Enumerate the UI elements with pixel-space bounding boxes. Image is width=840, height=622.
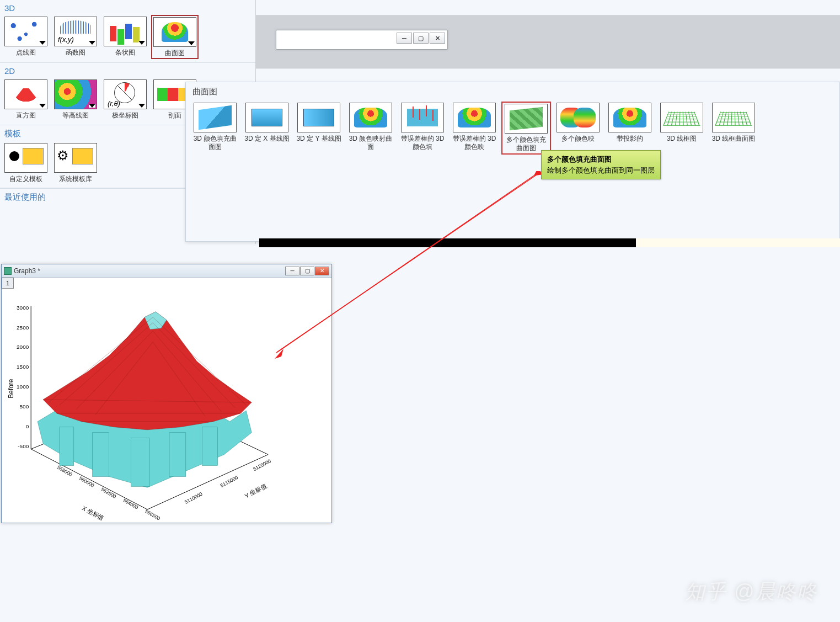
- graph-maximize-button[interactable]: ▢: [300, 267, 314, 275]
- fly-multi-color-fill[interactable]: 多个颜色填充曲面图: [501, 102, 551, 155]
- fly-wireframe[interactable]: 3D 线框图: [657, 102, 707, 155]
- graph-window[interactable]: Graph3 * ─ ▢ ✕ 1 3000 2500 2000 1500 100…: [1, 264, 332, 523]
- tooltip-desc: 绘制多个颜色填充曲面到同一图层: [547, 165, 655, 176]
- svg-rect-10: [169, 433, 186, 477]
- surface-flyout-panel: 曲面图 3D 颜色填充曲面图 3D 定 X 基线图 3D 定 Y 基线图 3D …: [185, 82, 840, 242]
- close-button[interactable]: ✕: [430, 33, 445, 44]
- row-3d: 点线图 函数图 条状图 曲面图: [0, 14, 255, 63]
- y-base-surface-icon: [297, 103, 340, 132]
- z-tick: 2500: [17, 325, 29, 331]
- graph-window-icon: [4, 267, 12, 275]
- graph-minimize-button[interactable]: ─: [285, 267, 299, 275]
- item-2d-polar[interactable]: 极坐标图: [101, 78, 149, 121]
- svg-marker-12: [43, 312, 252, 430]
- z-tick: 0: [26, 423, 29, 429]
- errorbar-colormap-icon: [453, 103, 496, 132]
- item-2d-contour[interactable]: 等高线图: [52, 78, 99, 121]
- fly-3d-error-fill[interactable]: 带误差棒的 3D 颜色填: [398, 102, 447, 155]
- graph-close-button[interactable]: ✕: [315, 267, 329, 275]
- scatter-3d-icon: [4, 17, 47, 46]
- layer-tab[interactable]: 1: [2, 278, 14, 289]
- flyout-grid: 3D 颜色填充曲面图 3D 定 X 基线图 3D 定 Y 基线图 3D 颜色映射…: [186, 99, 839, 157]
- surface-upper: [43, 312, 252, 430]
- flyout-title: 曲面图: [186, 82, 839, 99]
- svg-rect-9: [131, 438, 149, 487]
- y-tick: 5115000: [220, 475, 239, 488]
- x-tick: 564000: [122, 497, 139, 511]
- watermark: 知乎 @晨咚咚: [685, 578, 818, 605]
- tooltip-title: 多个颜色填充曲面图: [547, 154, 655, 165]
- svg-rect-7: [60, 427, 74, 466]
- maximize-button[interactable]: ▢: [413, 33, 429, 44]
- fly-projection[interactable]: 带投影的: [605, 102, 655, 155]
- item-3d-scatter[interactable]: 点线图: [2, 15, 50, 59]
- item-3d-surface[interactable]: 曲面图: [151, 15, 199, 59]
- fly-3d-y-base[interactable]: 3D 定 Y 基线图: [294, 102, 344, 155]
- item-custom-template[interactable]: 自定义模板: [2, 141, 50, 184]
- wireframe-icon: [660, 103, 703, 132]
- x-base-surface-icon: [245, 103, 288, 132]
- fly-multi-colormap[interactable]: 多个颜色映: [553, 102, 603, 155]
- z-axis-label: Before: [7, 379, 15, 398]
- x-tick: 566500: [144, 508, 161, 520]
- child-window-chrome: ─ ▢ ✕: [276, 30, 448, 50]
- projection-surface-icon: [608, 103, 651, 132]
- x-tick: 560000: [78, 475, 95, 488]
- contour-icon: [54, 79, 97, 109]
- z-tick: 2000: [17, 344, 29, 350]
- multi-color-fill-icon: [505, 104, 548, 134]
- z-tick: 500: [20, 403, 29, 410]
- section-title-3d: 3D: [0, 0, 255, 14]
- svg-rect-8: [93, 433, 109, 477]
- status-bar-text: [636, 238, 840, 247]
- tooltip: 多个颜色填充曲面图 绘制多个颜色填充曲面到同一图层: [541, 150, 661, 179]
- z-tick: 1500: [17, 364, 29, 370]
- x-tick: 562500: [100, 486, 117, 499]
- y-axis-label: Y 坐标值: [244, 482, 268, 499]
- multi-colormap-icon: [557, 103, 600, 132]
- histogram-icon: [4, 79, 47, 109]
- errorbar-fill-icon: [401, 103, 444, 132]
- y-tick: 5110000: [184, 491, 203, 505]
- status-bar-dark: [259, 238, 636, 247]
- wireframe-surface-icon: [712, 103, 755, 132]
- graph-titlebar[interactable]: Graph3 * ─ ▢ ✕: [2, 264, 331, 278]
- fly-wireframe-surface[interactable]: 3D 线框曲面图: [709, 102, 758, 155]
- graph-title: Graph3 *: [14, 267, 285, 275]
- z-tick: -500: [18, 443, 29, 449]
- item-system-template[interactable]: 系统模板库: [52, 141, 99, 184]
- function-3d-icon: [54, 17, 97, 46]
- fly-3d-color-fill[interactable]: 3D 颜色填充曲面图: [190, 102, 240, 155]
- surface-3d-icon: [153, 17, 196, 47]
- plot-3d-surface[interactable]: 3000 2500 2000 1500 1000 500 0 -500 Befo…: [4, 290, 329, 520]
- colormap-surface-icon: [349, 103, 392, 132]
- fly-3d-error-colormap[interactable]: 带误差棒的 3D 颜色映: [450, 102, 499, 155]
- minimize-button[interactable]: ─: [397, 33, 412, 44]
- bars-3d-icon: [104, 17, 147, 46]
- user-template-icon: [4, 143, 47, 173]
- x-axis-label: X 坐标值: [81, 504, 105, 520]
- fly-3d-colormap[interactable]: 3D 颜色映射曲面: [346, 102, 395, 155]
- item-3d-bars[interactable]: 条状图: [101, 15, 149, 59]
- item-2d-histogram[interactable]: 直方图: [2, 78, 50, 121]
- section-title-2d: 2D: [0, 63, 255, 77]
- item-3d-function[interactable]: 函数图: [52, 15, 99, 59]
- color-fill-surface-icon: [194, 103, 237, 132]
- z-tick: 1000: [17, 384, 29, 390]
- z-tick: 3000: [17, 305, 29, 311]
- fly-3d-x-base[interactable]: 3D 定 X 基线图: [242, 102, 292, 155]
- polar-icon: [104, 79, 147, 109]
- svg-rect-11: [202, 427, 218, 466]
- gear-template-icon: [54, 143, 97, 173]
